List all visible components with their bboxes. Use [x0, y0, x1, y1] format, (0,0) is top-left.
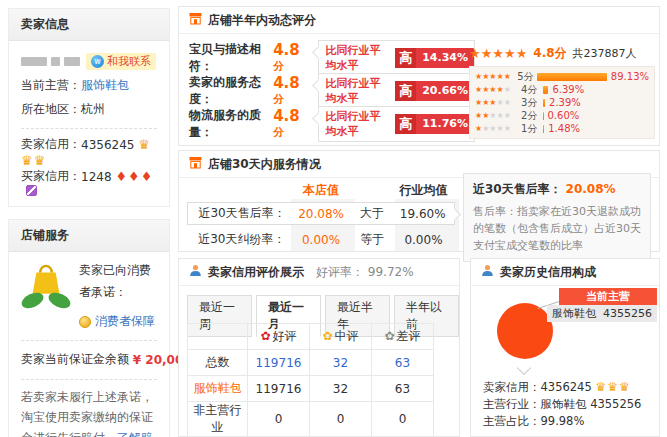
diamond-icon: ♦: [115, 169, 128, 184]
dsr-score: 4.8: [273, 74, 300, 92]
row-label: 服饰鞋包: [188, 376, 248, 402]
distribution-row: ★★★★★ 1分 1.48%: [475, 122, 649, 135]
compare-percent: 11.76%: [416, 116, 474, 131]
mid-rating-header: ✿中评: [310, 324, 372, 350]
current-category-badge: 当前主营: [559, 288, 657, 305]
credit-pie-chart: [497, 303, 553, 359]
star-icon: ★: [504, 111, 511, 120]
seller-name-row: w 和我联系: [21, 49, 157, 73]
consumer-guarantee-link[interactable]: 消费者保障: [95, 311, 155, 333]
dsr-score-unit: 分: [273, 93, 284, 106]
dsr-score: 4.8: [273, 107, 300, 125]
service-panel: 店铺30天内服务情况 本店值 行业均值 近30天售后率： 20.08% 大于 1…: [178, 150, 660, 252]
dsr-panel-title: 店铺半年内动态评分: [208, 12, 316, 29]
nonmain-good-count: 0: [248, 402, 310, 437]
star-icon: ★: [504, 85, 511, 94]
crown-icon: ♛: [138, 137, 151, 152]
industry-compare-bubble: 比同行业平均水平 高20.66%: [318, 73, 475, 109]
star-icon: ★: [489, 98, 496, 107]
dsr-row-label: 卖家的服务态度：: [189, 74, 273, 108]
crown-icon: ♛: [619, 380, 631, 394]
higher-badge: 高: [395, 48, 416, 68]
compare-percent: 20.66%: [416, 83, 474, 98]
rating-table: ✿好评 ✿中评 ✿差评 总数 119716 32 63 服饰鞋包 119716 …: [187, 323, 434, 437]
distribution-row: ★★★★★ 5分 89.13%: [475, 70, 649, 83]
star-icon: ★: [475, 124, 482, 133]
distribution-percent: 1.48%: [548, 123, 580, 134]
distribution-percent: 2.39%: [549, 97, 581, 108]
aftersale-industry-value: 19.60%: [391, 207, 454, 221]
seller-info-title: 卖家信息: [9, 9, 169, 41]
compare-percent: 14.34%: [416, 50, 474, 65]
star-icon: ★: [481, 46, 493, 61]
shop-icon: [189, 156, 202, 172]
star-icon: ★: [504, 46, 516, 61]
diamond-icon: ♦: [128, 169, 141, 184]
category-callout: 服饰鞋包 4355256: [547, 305, 657, 322]
category-good-count: 119716: [248, 376, 310, 402]
total-bad-count[interactable]: 63: [395, 356, 410, 370]
dsr-score-unit: 分: [273, 126, 284, 139]
region-value: 杭州: [81, 101, 105, 118]
positive-rate-label: 好评率：: [316, 265, 364, 279]
star-icon: ★: [482, 72, 489, 81]
distribution-bar: [543, 99, 545, 107]
dsr-score: 4.8: [273, 41, 300, 59]
shop-value-header: 本店值: [290, 182, 353, 199]
rating-count: 共237887人: [573, 46, 637, 61]
industry-compare-bubble: 比同行业平均水平 高14.34%: [318, 40, 475, 76]
total-good-count[interactable]: 119716: [256, 356, 302, 370]
star-icon: ★: [489, 111, 496, 120]
aftersale-relation: 大于: [352, 205, 391, 222]
category-mid-count: 32: [310, 376, 372, 402]
main-category-link[interactable]: 服饰鞋包: [81, 77, 129, 94]
compare-text: 比同行业平均水平: [326, 109, 390, 139]
seller-name-redacted: [64, 57, 80, 66]
higher-badge: 高: [395, 81, 416, 101]
industry-avg-header: 行业均值: [392, 182, 455, 199]
row-label: 总数: [188, 350, 248, 376]
star-icon: ★: [504, 98, 511, 107]
service-panel-title: 店铺30天内服务情况: [208, 156, 321, 173]
buyer-credit-label: 买家信用：: [21, 168, 81, 185]
crown-icon: ♛: [21, 153, 34, 168]
total-mid-count[interactable]: 32: [333, 356, 348, 370]
star-level-label: 3分: [521, 96, 543, 110]
aftersale-tooltip: 近30天售后率： 20.08% 售后率：指卖家在近30天退款成功的笔数（包含售后…: [463, 173, 651, 262]
aftersale-shop-value: 20.08%: [290, 207, 353, 221]
star-level-label: 2分: [521, 109, 543, 123]
distribution-row: ★★★★★ 4分 6.39%: [475, 83, 649, 96]
dsr-score-unit: 分: [273, 60, 284, 73]
aftersale-rate-row[interactable]: 近30天售后率： 20.08% 大于 19.60%: [187, 202, 455, 225]
dispute-rate-label: 近30天纠纷率：: [187, 231, 290, 248]
crown-icon: ♛: [607, 380, 619, 394]
contact-me-button[interactable]: w 和我联系: [86, 53, 156, 70]
star-icon: ★: [482, 98, 489, 107]
star-icon: ★: [475, 98, 482, 107]
wangwang-icon: w: [91, 55, 104, 68]
tooltip-description: 售后率：指卖家在近30天退款成功的笔数（包含售后成立）占近30天支付宝成交笔数的…: [473, 203, 641, 254]
dsr-panel: 店铺半年内动态评分 宝贝与描述相符： 4.8分 比同行业平均水平 高14.34%…: [178, 6, 660, 146]
seller-info-section: 卖家信息 w 和我联系 当前主营： 服饰鞋包 所在地区：: [8, 8, 170, 207]
rating-panel: 卖家信用评价展示 好评率： 99.72% 最近一周 最近一月 最近半年 半年以前…: [178, 258, 460, 437]
star-icon: ★: [469, 46, 481, 61]
industry-compare-bubble: 比同行业平均水平 高11.76%: [318, 106, 475, 142]
shop-icon: [189, 12, 202, 28]
crown-icon: ♛: [34, 153, 47, 168]
history-panel: 卖家历史信用构成 当前主营 服饰鞋包 4355256 卖家信用：4356245 …: [470, 258, 660, 437]
star-icon: ★: [497, 111, 504, 120]
dispute-rate-row[interactable]: 近30天纠纷率： 0.00% 等于 0.00%: [187, 228, 455, 251]
service-table: 本店值 行业均值 近30天售后率： 20.08% 大于 19.60% 近30天纠…: [187, 181, 455, 251]
distribution-bar: [537, 73, 606, 81]
seller-name-redacted: [21, 57, 47, 66]
divider: [21, 128, 157, 129]
person-icon: [481, 264, 494, 280]
tooltip-value: 20.08%: [566, 182, 616, 196]
distribution-percent: 6.39%: [552, 84, 584, 95]
star-icon: ★: [497, 98, 504, 107]
history-info: 卖家信用：4356245 ♛♛♛ 主营行业：服饰鞋包 4355256 主营占比：…: [483, 379, 641, 430]
dsr-row: 卖家的服务态度： 4.8分 比同行业平均水平 高20.66%: [189, 74, 475, 107]
contact-me-label: 和我联系: [107, 54, 151, 69]
good-flower-icon: ✿: [260, 329, 270, 343]
category-bad-count: 63: [372, 376, 434, 402]
